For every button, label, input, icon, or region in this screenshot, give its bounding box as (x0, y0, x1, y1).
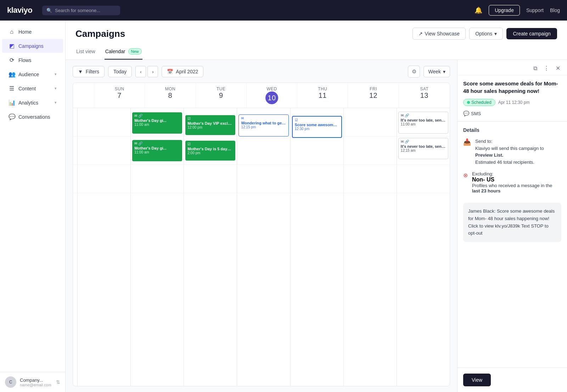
excluding-item-1: Non- US (472, 177, 552, 183)
sidebar-item-label: Conversations (18, 114, 50, 120)
upgrade-button[interactable]: Upgrade (489, 5, 520, 16)
expand-icon: ⇅ (56, 379, 60, 385)
sidebar-nav: ⌂ Home ◩ Campaigns ⟳ Flows 👥 Audience ▾ … (0, 21, 65, 372)
company-switcher[interactable]: C Company... name@email.com ⇅ (0, 372, 65, 392)
chevron-down-icon: ▾ (55, 86, 57, 91)
sms-preview: James Black: Score some awesome deals fo… (463, 203, 561, 242)
search-icon: 🔍 (46, 8, 52, 13)
analytics-icon: 📊 (9, 99, 15, 106)
panel-divider (457, 121, 567, 122)
event-thu-1[interactable]: ☑ Score some awesome deals... 12:30 pm (292, 116, 342, 138)
panel-campaign-title: Score some awesome deals for Mom- 48 hou… (457, 75, 567, 97)
calendar-icon: 📅 (167, 69, 173, 74)
sidebar-item-label: Campaigns (18, 43, 44, 49)
support-link[interactable]: Support (526, 7, 544, 13)
create-campaign-button[interactable]: Create campaign (506, 28, 557, 39)
details-heading: Details (463, 127, 561, 133)
calendar-body: ✉ 🔗 Mother's Day gi... 11:00 am ✉ 🔗 Moth… (73, 108, 450, 386)
calendar-main: ▼ Filters Today ‹ › 📅 April 2022 ⚙ Week (66, 60, 457, 392)
cal-day-sat: ✉ 🔗 It's never too late, send Mom... 11:… (397, 108, 450, 386)
conversations-icon: 💬 (9, 113, 15, 120)
calendar-wrapper: ▼ Filters Today ‹ › 📅 April 2022 ⚙ Week (66, 60, 567, 392)
calendar-settings-button[interactable]: ⚙ (408, 66, 420, 78)
close-panel-button[interactable]: ✕ (554, 64, 562, 72)
sidebar-item-home[interactable]: ⌂ Home (2, 25, 63, 39)
panel-meta: Scheduled Apr 11 12:30 pm (457, 97, 567, 110)
excluding-item-2: Profiles who received a message in the l… (472, 183, 552, 194)
tab-calendar[interactable]: Calendar New (105, 45, 142, 60)
cal-header-sat: SAT 13 (399, 83, 450, 108)
panel-topbar: ⧉ ⋮ ✕ (457, 60, 567, 75)
klaviyo-logo: klaviyo (7, 6, 32, 15)
global-search[interactable]: 🔍 Search for someone... (42, 6, 120, 15)
search-placeholder: Search for someone... (55, 8, 100, 13)
filter-icon: ▼ (78, 69, 83, 74)
home-icon: ⌂ (9, 29, 15, 35)
date-range-button[interactable]: 📅 April 2022 (162, 66, 203, 77)
main-layout: ⌂ Home ◩ Campaigns ⟳ Flows 👥 Audience ▾ … (0, 21, 567, 392)
main-content: Campaigns ↗ View Showcase Options ▾ Crea… (66, 21, 567, 392)
exclude-icon: ⊗ (463, 172, 468, 179)
sidebar-item-label: Content (18, 86, 36, 91)
event-wed-1[interactable]: ✉ Wondering what to get mom?... 12:15 pm (238, 114, 288, 136)
event-sat-1[interactable]: ✉ 🔗 It's never too late, send Mom... 11:… (398, 112, 448, 134)
cal-header-thu: THU 11 (297, 83, 348, 108)
event-mon-2[interactable]: ✉ 🔗 Mother's Day gi... 11:00 am (132, 140, 182, 161)
company-name: Company... (20, 377, 52, 383)
sidebar-item-label: Analytics (18, 100, 38, 106)
sidebar-item-label: Home (18, 29, 32, 35)
options-button[interactable]: Options ▾ (469, 28, 503, 40)
page-title: Campaigns (75, 28, 125, 39)
event-tue-1[interactable]: ☑ Mother's Day VIP exclusive cou... 12:0… (185, 115, 235, 135)
sidebar-item-campaigns[interactable]: ◩ Campaigns (2, 39, 63, 53)
next-week-button[interactable]: › (147, 66, 158, 77)
cal-day-sun (78, 108, 131, 386)
audience-icon: 👥 (9, 71, 15, 78)
send-to-content: Send to: Klaviyo will send this campaign… (475, 138, 561, 166)
time-gutter (73, 108, 78, 386)
week-view-selector[interactable]: Week ▾ (423, 66, 450, 77)
blog-link[interactable]: Blog (550, 7, 560, 13)
event-mon-1[interactable]: ✉ 🔗 Mother's Day gi... 11:00 am (132, 112, 182, 134)
cal-day-mon: ✉ 🔗 Mother's Day gi... 11:00 am ✉ 🔗 Moth… (131, 108, 184, 386)
header-actions: ↗ View Showcase Options ▾ Create campaig… (412, 28, 557, 40)
chevron-down-icon: ▾ (55, 100, 57, 105)
sidebar-item-audience[interactable]: 👥 Audience ▾ (2, 67, 63, 81)
cal-header-wed: WED 10 (247, 83, 297, 108)
flows-icon: ⟳ (9, 57, 15, 63)
event-sat-2[interactable]: ✉ 🔗 It's never too late, send Mom... 12:… (398, 138, 448, 159)
calendar-header: SUN 7 MON 8 TUE 9 WED 10 (73, 83, 450, 108)
status-badge: Scheduled (463, 99, 495, 106)
prev-week-button[interactable]: ‹ (135, 66, 146, 77)
today-button[interactable]: Today (108, 66, 132, 77)
sidebar-item-conversations[interactable]: 💬 Conversations (2, 110, 63, 124)
filter-button[interactable]: ▼ Filters (73, 66, 105, 77)
campaign-detail-panel: ⧉ ⋮ ✕ Score some awesome deals for Mom- … (457, 60, 567, 392)
nav-right-actions: 🔔 Upgrade Support Blog (475, 5, 560, 16)
cal-header-tue: TUE 9 (196, 83, 247, 108)
more-options-button[interactable]: ⋮ (542, 64, 551, 72)
external-link-icon: ↗ (419, 31, 423, 37)
view-campaign-button[interactable]: View (463, 374, 491, 386)
status-dot (467, 101, 470, 104)
cal-day-thu: ☑ Score some awesome deals... 12:30 pm (291, 108, 344, 386)
cal-day-wed: ✉ Wondering what to get mom?... 12:15 pm (237, 108, 290, 386)
tab-list-view[interactable]: List view (75, 45, 96, 60)
sidebar-item-analytics[interactable]: 📊 Analytics ▾ (2, 96, 63, 110)
notifications-icon[interactable]: 🔔 (475, 6, 482, 14)
sidebar-item-content[interactable]: ☰ Content ▾ (2, 82, 63, 95)
cal-day-tue: ☑ Mother's Day VIP exclusive cou... 12:0… (184, 108, 237, 386)
chevron-down-icon: ▾ (494, 31, 497, 37)
send-to-icon: 📥 (463, 138, 471, 146)
sms-icon: 💬 (463, 111, 469, 116)
event-tue-2[interactable]: ☑ Mother's Day is 5 days away! Get... 2:… (185, 141, 235, 161)
send-to-row: 📥 Send to: Klaviyo will send this campai… (463, 138, 561, 166)
new-badge: New (128, 48, 142, 55)
sidebar-item-label: Flows (18, 57, 32, 63)
sidebar-item-flows[interactable]: ⟳ Flows (2, 53, 63, 67)
copy-button[interactable]: ⧉ (532, 64, 539, 72)
chevron-down-icon: ▾ (55, 72, 57, 77)
view-showcase-button[interactable]: ↗ View Showcase (412, 28, 466, 40)
details-section: Details 📥 Send to: Klaviyo will send thi… (457, 123, 567, 203)
content-icon: ☰ (9, 85, 15, 92)
